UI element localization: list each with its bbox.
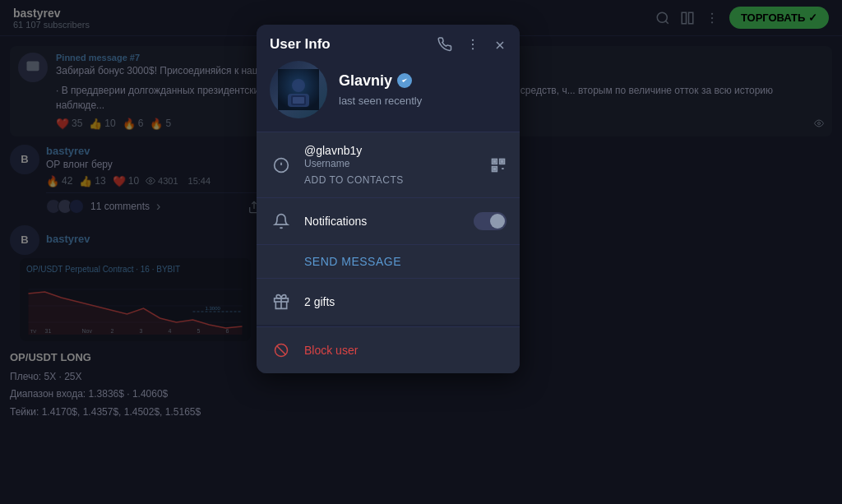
notifications-label: Notifications bbox=[304, 215, 462, 228]
block-user-label[interactable]: Block user bbox=[304, 344, 358, 357]
notifications-row[interactable]: Notifications bbox=[257, 198, 520, 244]
modal-header-actions bbox=[437, 37, 507, 53]
gifts-section: 2 gifts bbox=[257, 278, 520, 325]
svg-rect-35 bbox=[293, 97, 304, 104]
profile-section: Glavniy last seen recently bbox=[257, 61, 520, 132]
svg-rect-48 bbox=[493, 160, 496, 163]
profile-status: last seen recently bbox=[339, 95, 422, 107]
send-message-row[interactable]: SEND MESSAGE bbox=[257, 244, 520, 278]
info-section: @glavnb1y Username ADD TO CONTACTS bbox=[257, 132, 520, 278]
close-icon[interactable] bbox=[493, 37, 507, 52]
send-message-text[interactable]: SEND MESSAGE bbox=[304, 255, 401, 268]
username-row[interactable]: @glavnb1y Username ADD TO CONTACTS bbox=[257, 132, 520, 197]
gifts-label: 2 gifts bbox=[304, 295, 335, 308]
phone-icon[interactable] bbox=[437, 37, 452, 53]
modal-title: User Info bbox=[270, 36, 331, 53]
profile-avatar bbox=[270, 61, 327, 118]
username-text: @glavnb1y Username ADD TO CONTACTS bbox=[304, 144, 479, 186]
notifications-text: Notifications bbox=[304, 215, 462, 228]
notifications-toggle[interactable] bbox=[474, 212, 507, 230]
modal-header: User Info bbox=[257, 25, 520, 61]
block-icon bbox=[270, 339, 293, 362]
gifts-row[interactable]: 2 gifts bbox=[257, 279, 520, 325]
user-info-modal: User Info bbox=[257, 25, 520, 373]
profile-name: Glavniy bbox=[339, 72, 392, 90]
gift-icon bbox=[270, 290, 293, 313]
username-value: @glavnb1y bbox=[304, 144, 479, 157]
svg-point-32 bbox=[292, 79, 305, 92]
block-section: Block user bbox=[257, 326, 520, 373]
info-icon bbox=[270, 154, 293, 177]
bell-icon bbox=[270, 210, 293, 233]
svg-rect-49 bbox=[501, 160, 503, 163]
avatar-image bbox=[270, 61, 327, 118]
svg-point-27 bbox=[472, 44, 474, 45]
username-label: Username bbox=[304, 158, 479, 169]
more-vert-icon[interactable] bbox=[465, 37, 480, 53]
toggle-knob bbox=[490, 214, 505, 229]
svg-rect-50 bbox=[493, 168, 496, 170]
qr-icon[interactable] bbox=[490, 156, 507, 173]
profile-name-row: Glavniy bbox=[339, 72, 507, 90]
block-user-row[interactable]: Block user bbox=[257, 327, 520, 373]
profile-info: Glavniy last seen recently bbox=[339, 72, 507, 108]
svg-line-54 bbox=[277, 346, 286, 355]
add-to-contacts-action[interactable]: ADD TO CONTACTS bbox=[304, 174, 479, 186]
svg-point-28 bbox=[472, 49, 474, 50]
verified-badge bbox=[397, 73, 412, 88]
svg-point-26 bbox=[472, 39, 474, 41]
